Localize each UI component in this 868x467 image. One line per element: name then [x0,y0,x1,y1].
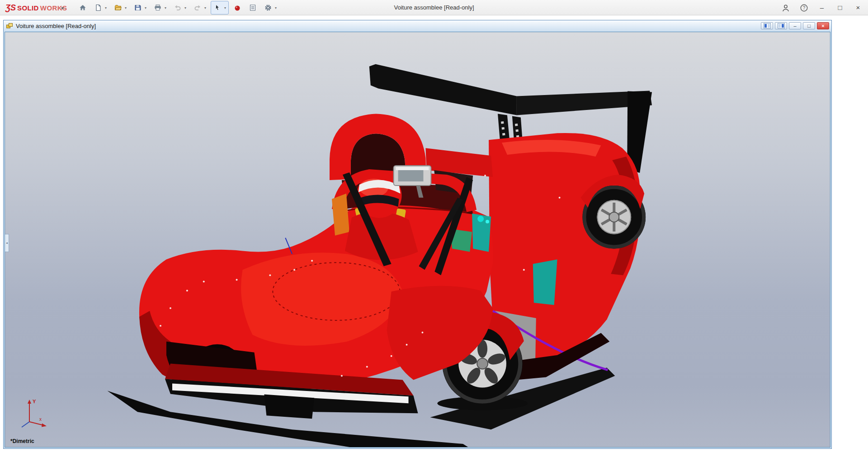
options-caret[interactable]: ▾ [274,6,278,10]
car-body [139,194,493,419]
open-group: ▾ [111,1,129,14]
redo-button[interactable] [192,2,203,13]
doc-minimize-button[interactable]: – [789,22,801,29]
mdi-background: Voiture assomblee [Read-only] – □ × [0,16,868,467]
rebuild-button[interactable] [232,2,243,13]
print-icon [154,4,162,12]
save-caret[interactable]: ▾ [143,6,148,10]
select-tool-group: ▾ [211,1,229,14]
redo-caret[interactable]: ▾ [203,6,208,10]
gear-icon [264,4,272,12]
svg-text:?: ? [802,5,805,10]
print-button[interactable] [152,2,163,13]
pane-toggle-right-button[interactable] [775,22,787,29]
file-properties-icon [249,4,257,12]
document-window-controls: – □ × [761,22,829,29]
toolbar-expander[interactable]: ▸ [59,3,67,12]
options-button[interactable] [263,2,274,13]
undo-group: ▾ [171,1,189,14]
help-icon: ? [800,4,808,12]
app-maximize-button[interactable]: □ [835,2,845,13]
new-document-caret[interactable]: ▾ [104,6,108,10]
doc-restore-button[interactable]: □ [803,22,815,29]
quick-access-toolbar: ▾ ▾ ▾ ▾ ▾ [76,0,281,15]
select-tool-caret[interactable]: ▾ [223,6,227,10]
view-orientation-label: *Dimetric [10,438,34,444]
pane-left-icon [764,23,771,29]
file-properties-button[interactable] [247,2,258,13]
document-titlebar[interactable]: Voiture assomblee [Read-only] – □ × [4,20,831,31]
new-document-icon [94,4,102,12]
help-button[interactable]: ? [798,2,809,13]
open-folder-icon [114,4,122,12]
save-icon [134,4,142,12]
triad-y-label: Y [33,399,36,404]
select-tool-button[interactable] [212,2,223,13]
viewport[interactable]: ◂ Y x *Dimetric [5,32,830,448]
open-caret[interactable]: ▾ [123,6,128,10]
logo-solid: SOLID [17,4,39,12]
save-button[interactable] [132,2,143,13]
undo-button[interactable] [172,2,183,13]
app-close-button[interactable]: × [853,2,863,13]
solidworks-logo: ƷS SOLID WORKS [5,0,67,15]
print-caret[interactable]: ▾ [163,6,168,10]
app-titlebar[interactable]: ƷS SOLID WORKS ▸ ▾ ▾ ▾ [0,0,868,15]
account-button[interactable] [780,2,791,13]
logo-mark: ƷS [5,3,16,13]
redo-group: ▾ [191,1,209,14]
home-group [76,1,90,14]
home-icon [79,4,87,12]
undo-caret[interactable]: ▾ [183,6,188,10]
triad-x-label: x [39,417,42,422]
open-button[interactable] [113,2,123,13]
car-model-render [5,32,830,447]
document-window: Voiture assomblee [Read-only] – □ × [3,20,832,449]
collapse-arrow-icon: ◂ [6,241,8,245]
pane-toggle-left-button[interactable] [761,22,773,29]
new-document-button[interactable] [93,2,104,13]
print-group: ▾ [151,1,169,14]
pane-right-icon [778,23,785,29]
options-group: ▾ [261,1,279,14]
select-cursor-icon [213,4,222,12]
document-title: Voiture assomblee [Read-only] [16,23,96,29]
rebuild-group [231,1,244,14]
assembly-icon [6,22,13,29]
red-sphere-icon [233,4,241,12]
orientation-triad: Y x [15,397,49,432]
titlebar-right-cluster: ? – □ × [780,0,863,15]
new-document-group: ▾ [91,1,109,14]
doc-close-button[interactable]: × [817,22,829,29]
app-minimize-button[interactable]: – [816,2,827,13]
save-group: ▾ [131,1,149,14]
redo-icon [193,4,202,12]
undo-icon [174,4,182,12]
file-properties-group [246,1,259,14]
panel-collapse-tab[interactable]: ◂ [5,234,9,252]
home-button[interactable] [77,2,88,13]
account-icon [781,4,790,12]
